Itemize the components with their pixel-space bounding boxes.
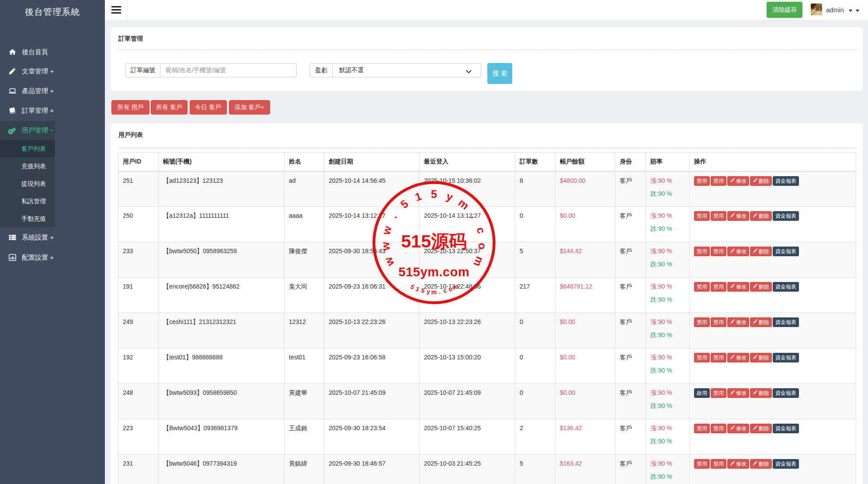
svg-text:m: m	[431, 289, 437, 296]
svg-text:c: c	[443, 287, 448, 294]
svg-text:5: 5	[398, 197, 410, 211]
svg-text:5: 5	[420, 287, 425, 294]
svg-text:y: y	[445, 190, 455, 203]
svg-text:.: .	[438, 288, 441, 295]
svg-text:m: m	[456, 196, 472, 212]
svg-text:w: w	[382, 255, 396, 268]
svg-text:y: y	[427, 288, 431, 295]
svg-text:1: 1	[413, 190, 423, 203]
svg-text:515源码: 515源码	[401, 231, 467, 251]
svg-text:1: 1	[415, 285, 420, 293]
svg-text:c: c	[475, 226, 488, 235]
svg-text:w: w	[379, 241, 392, 251]
svg-text:w: w	[380, 224, 394, 236]
svg-text:5: 5	[410, 283, 416, 291]
svg-text:515ym.com: 515ym.com	[399, 265, 470, 279]
svg-text:m: m	[471, 255, 486, 268]
svg-text:.: .	[387, 211, 399, 220]
svg-text:m: m	[451, 282, 459, 291]
svg-text:.: .	[469, 211, 480, 220]
svg-text:5: 5	[431, 188, 437, 200]
svg-text:o: o	[476, 242, 489, 250]
